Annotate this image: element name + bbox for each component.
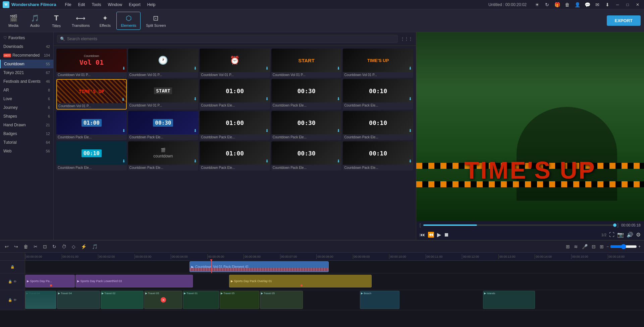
element-item-cp-ele12[interactable]: 00:30 ⬇ Countdown Pack Ele... <box>271 141 342 171</box>
element-item-cp-ele1[interactable]: 01:00 ⬇ Countdown Pack Ele... <box>200 79 270 110</box>
download-icon[interactable]: ⬇ <box>604 1 611 8</box>
delete-button[interactable]: 🗑 <box>22 243 30 250</box>
stop-button[interactable]: ⏹ <box>444 232 449 238</box>
step-back-button[interactable]: ⏪ <box>428 232 434 238</box>
titles-tool[interactable]: T Titles <box>46 12 66 30</box>
track-clip-sports-pa[interactable]: ▶ Sports Day Pa... <box>25 275 75 287</box>
track-clip-travel05-b[interactable]: ▶ Travel 05 <box>220 291 259 309</box>
sidebar-item-badges[interactable]: Badges 12 <box>0 129 53 138</box>
mic-button[interactable]: 🎤 <box>581 243 589 250</box>
sidebar-item-downloads[interactable]: Downloads 42 <box>0 42 53 51</box>
element-item-cp-ele9[interactable]: 00:10 ⬇ Countdown Pack Ele... <box>56 141 127 171</box>
element-item-cp-ele2[interactable]: 00:30 ⬇ Countdown Pack Ele... <box>271 79 342 110</box>
gift-icon[interactable]: 🎁 <box>553 1 561 8</box>
menu-window[interactable]: Window <box>104 2 125 8</box>
close-button[interactable]: ✕ <box>634 1 641 8</box>
stabilize-button[interactable]: ⊞ <box>565 243 571 250</box>
trash-icon[interactable]: 🗑 <box>564 1 571 8</box>
sidebar-item-favorites[interactable]: ♡ Favorites <box>0 34 53 42</box>
track-lock-icon-2[interactable]: 🔒 <box>8 280 12 283</box>
sidebar-item-ar[interactable]: AR 8 <box>0 86 53 94</box>
track-clip-travel05-a[interactable]: ▶ Travel 05 ✕ <box>144 291 182 309</box>
split-button[interactable]: ⚡ <box>79 243 88 250</box>
refresh-icon[interactable]: ↻ <box>543 1 551 8</box>
menu-edit[interactable]: Edit <box>75 2 89 8</box>
track-clip-travel05-c[interactable]: ▶ Travel 05 <box>260 291 303 309</box>
trim-button[interactable]: ⊟ <box>590 243 597 250</box>
progress-bar[interactable] <box>423 224 614 226</box>
fullscreen-button[interactable]: ⛶ <box>609 232 614 238</box>
effects-tool[interactable]: ✦ Effects <box>95 12 115 29</box>
redo-button[interactable]: ↪ <box>13 243 19 250</box>
sidebar-item-web[interactable]: Web 56 <box>0 147 53 155</box>
mark-button[interactable]: ◇ <box>70 243 77 250</box>
mail-icon[interactable]: ✉ <box>594 1 601 8</box>
sidebar-item-tokyo2021[interactable]: Tokyo 2021 67 <box>0 68 53 77</box>
menu-file[interactable]: File <box>61 2 74 8</box>
settings-button[interactable]: ⚙ <box>636 232 641 238</box>
subtitle-button[interactable]: ⊞ <box>598 243 605 250</box>
maximize-button[interactable]: □ <box>624 1 631 8</box>
sidebar-item-countdown[interactable]: Countdown 55 <box>0 60 53 68</box>
element-item-cp-ele10[interactable]: 🎬 countdown ⬇ Countdown Pack Ele... <box>128 141 199 171</box>
track-clip-travel04-b[interactable]: ▶ Travel 04 <box>57 291 100 309</box>
speed-button[interactable]: ↻ <box>51 243 58 250</box>
sidebar-item-tutorial[interactable]: Tutorial 64 <box>0 138 53 147</box>
zoom-out-icon[interactable]: − <box>606 244 609 249</box>
element-item-cv01-p2[interactable]: 🕐 ⬇ Countdown Vol 01 P... <box>128 49 199 78</box>
sidebar-item-love[interactable]: Love 6 <box>0 94 53 103</box>
undo-button[interactable]: ↩ <box>3 243 10 250</box>
color-button[interactable]: ⏱ <box>60 243 68 250</box>
play-button[interactable]: ▶ <box>437 232 441 238</box>
element-item-cp-ele13[interactable]: 00:10 ⬇ Countdown Pack Ele... <box>343 141 413 171</box>
transitions-tool[interactable]: ⟷ Transitions <box>68 12 94 29</box>
search-input[interactable] <box>67 37 395 41</box>
menu-export[interactable]: Export <box>125 2 144 8</box>
track-lock-icon-3[interactable]: 🔒 <box>8 298 12 302</box>
track-clip-travel01[interactable]: ▶ Travel 01 <box>183 291 219 309</box>
element-item-cv01-p4[interactable]: START ⬇ Countdown Vol 01 P... <box>271 49 342 78</box>
element-item-cv01-p7[interactable]: START ⬇ Countdown Vol 01 P... <box>128 79 199 110</box>
track-visible-icon[interactable]: 👁 <box>13 280 17 283</box>
sidebar-item-festivals[interactable]: Festivals and Events 46 <box>0 77 53 86</box>
element-item-cp-ele6[interactable]: 01:00 ⬇ Countdown Pack Ele... <box>200 111 270 140</box>
minimize-button[interactable]: ─ <box>614 1 621 8</box>
element-item-cp-ele8[interactable]: 00:10 ⬇ Countdown Pack Ele... <box>343 111 413 140</box>
sidebar-item-hand-drawn[interactable]: Hand Drawn 21 <box>0 121 53 129</box>
menu-tools[interactable]: Tools <box>88 2 104 8</box>
screenshot-button[interactable]: 📷 <box>617 232 624 238</box>
chat-icon[interactable]: 💬 <box>584 1 591 8</box>
go-start-button[interactable]: ⏮ <box>420 232 425 238</box>
sun-icon[interactable]: ☀ <box>533 1 541 8</box>
cut-button[interactable]: ✂ <box>32 243 39 250</box>
track-visible-icon-3[interactable]: 👁 <box>13 298 17 302</box>
export-button[interactable]: EXPORT <box>607 15 641 26</box>
sidebar-item-recommended[interactable]: HOT Recommended 104 <box>0 51 53 60</box>
menu-help[interactable]: Help <box>144 2 159 8</box>
crop-button[interactable]: ⊡ <box>42 243 48 250</box>
element-item-cp-ele3[interactable]: 00:10 ⬇ Countdown Pack Ele... <box>343 79 413 110</box>
volume-button[interactable]: 🔊 <box>627 232 633 238</box>
element-item-cp-ele7[interactable]: 00:30 ⬇ Countdown Pack Ele... <box>271 111 342 140</box>
element-item-cv01-p6[interactable]: TIME'S UP ⬇ Countdown Vol 01 P... <box>56 79 127 110</box>
audio-clip-button[interactable]: 🎵 <box>91 243 99 250</box>
track-clip-beach[interactable]: ▶ Beach <box>360 291 399 309</box>
sidebar-item-journey[interactable]: Journey 6 <box>0 103 53 112</box>
search-box[interactable]: 🔍 <box>57 35 398 43</box>
elements-tool[interactable]: ⬡ Elements <box>116 12 141 30</box>
element-item-cv01-p5[interactable]: TIME'S UP ⬇ Countdown Vol 01 P... <box>343 49 413 78</box>
element-item-cp-ele4[interactable]: 01:00 ⬇ Countdown Pack Ele... <box>56 111 127 140</box>
audio-waveform-button[interactable]: ≋ <box>573 243 579 250</box>
element-item-cv01-p1[interactable]: Countdown Vol 01 ⬇ Countdown Vol 01 P... <box>56 49 127 78</box>
track-clip-sports-overlay[interactable]: ▶ Sports Day Pack Overlay 01 <box>229 275 372 287</box>
zoom-in-icon[interactable]: + <box>638 244 641 249</box>
person-icon[interactable]: 👤 <box>574 1 581 8</box>
grid-toggle-icon[interactable]: ⋮⋮⋮ <box>400 37 413 41</box>
zoom-slider[interactable] <box>610 244 637 249</box>
element-item-cv01-p3[interactable]: ⏰ ⬇ Countdown Vol 01 P... <box>200 49 270 78</box>
audio-tool[interactable]: 🎵 Audio <box>25 12 45 29</box>
element-item-cp-ele11[interactable]: 01:00 ⬇ Countdown Pack Ele... <box>200 141 270 171</box>
track-clip-countdown-element[interactable]: ▶ Countdown Vol 01 Pack Element 41 <box>190 261 329 272</box>
track-clip-travel02[interactable]: ▶ Travel 02 <box>101 291 144 309</box>
element-item-cp-ele5[interactable]: 00:30 ⬇ Countdown Pack Ele... <box>128 111 199 140</box>
